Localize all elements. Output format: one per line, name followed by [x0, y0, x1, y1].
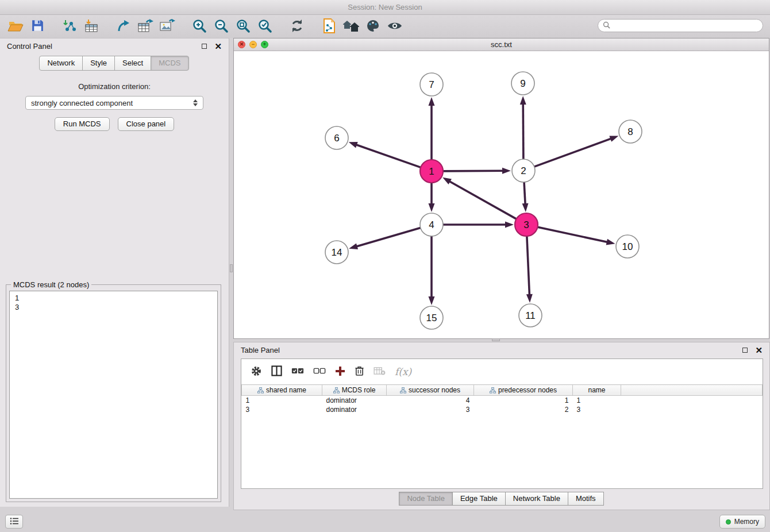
- function-builder-button[interactable]: f(x): [395, 366, 411, 377]
- style-paint-icon: [365, 19, 380, 34]
- memory-button[interactable]: Memory: [719, 515, 765, 529]
- delete-table-button[interactable]: [374, 367, 386, 377]
- graph-edge-1-6[interactable]: [355, 144, 421, 167]
- close-table-panel-icon[interactable]: ✕: [755, 346, 763, 354]
- show-hide-button[interactable]: [384, 17, 406, 36]
- search-icon: [603, 21, 610, 30]
- minimize-window-icon[interactable]: −: [249, 41, 257, 48]
- create-column-button[interactable]: [335, 366, 345, 378]
- open-session-button[interactable]: [5, 17, 26, 36]
- column-header-mcds-role[interactable]: MCDS role: [322, 385, 387, 396]
- tab-network[interactable]: Network: [39, 56, 83, 71]
- show-columns-button[interactable]: [271, 365, 282, 378]
- table-panel-tabs: Node Table Edge Table Network Table Moti…: [234, 492, 769, 506]
- style-paint-button[interactable]: [362, 17, 384, 36]
- zoom-selected-button[interactable]: [254, 17, 276, 36]
- fx-icon: f(x): [395, 366, 411, 377]
- close-panel-icon[interactable]: ✕: [214, 42, 222, 51]
- run-mcds-button[interactable]: Run MCDS: [55, 117, 110, 131]
- optimization-dropdown[interactable]: strongly connected component: [25, 96, 203, 110]
- cell-name[interactable]: 1: [573, 396, 621, 405]
- tab-motifs[interactable]: Motifs: [568, 492, 604, 506]
- graph-node-label: 1: [429, 166, 434, 177]
- table-row[interactable]: 3 dominator 3 2 3: [242, 405, 763, 414]
- cell-shared-name[interactable]: 1: [242, 396, 322, 405]
- table-panel: Table Panel ✕ f(x) shared name MCDS role: [233, 342, 770, 510]
- export-network-button[interactable]: [113, 17, 134, 36]
- vertical-splitter-handle[interactable]: [230, 264, 233, 272]
- graph-edge-2-9[interactable]: [523, 103, 523, 159]
- search-field[interactable]: [598, 19, 763, 32]
- graph-arrowhead: [526, 294, 533, 303]
- save-session-button[interactable]: [26, 17, 48, 36]
- refresh-button[interactable]: [286, 17, 308, 36]
- column-header-name[interactable]: name: [573, 385, 621, 396]
- graph-edge-3-10[interactable]: [538, 227, 609, 242]
- show-panels-button[interactable]: [5, 515, 23, 529]
- cell-predecessor-nodes[interactable]: 1: [474, 396, 573, 405]
- zoom-out-button[interactable]: [210, 17, 232, 36]
- graph-edge-2-3[interactable]: [524, 182, 525, 205]
- float-table-panel-icon[interactable]: [742, 348, 748, 353]
- graph-edge-3-11[interactable]: [527, 236, 530, 296]
- zoom-selected-icon: [257, 18, 272, 35]
- session-network-button[interactable]: [318, 17, 340, 36]
- zoom-out-icon: [214, 18, 229, 35]
- tab-mcds[interactable]: MCDS: [151, 56, 188, 71]
- export-table-icon: [137, 19, 153, 34]
- cell-successor-nodes[interactable]: 3: [387, 405, 474, 414]
- node-table-container: f(x) shared name MCDS role successor nod…: [241, 358, 763, 489]
- zoom-in-icon: [192, 18, 207, 35]
- zoom-in-button[interactable]: [188, 17, 210, 36]
- network-window-titlebar: ✕ − + scc.txt: [234, 38, 769, 51]
- graph-node-label: 4: [429, 219, 434, 230]
- float-panel-icon[interactable]: [202, 44, 207, 49]
- select-all-button[interactable]: [291, 367, 304, 377]
- tab-node-table[interactable]: Node Table: [399, 492, 453, 506]
- column-header-successor-nodes[interactable]: successor nodes: [387, 385, 474, 396]
- column-header-predecessor-nodes[interactable]: predecessor nodes: [474, 385, 573, 396]
- search-input[interactable]: [613, 22, 758, 30]
- import-table-button[interactable]: [80, 17, 102, 36]
- mcds-result-line: 1: [15, 294, 212, 303]
- open-folder-icon: [7, 19, 24, 34]
- zoom-fit-button[interactable]: [232, 17, 254, 36]
- tab-network-table[interactable]: Network Table: [505, 492, 568, 506]
- graph-node-label: 7: [429, 79, 434, 90]
- close-panel-button[interactable]: Close panel: [118, 117, 175, 131]
- graph-edge-1-2[interactable]: [443, 171, 504, 171]
- home-button[interactable]: [340, 17, 362, 36]
- deselect-all-button[interactable]: [313, 367, 326, 377]
- column-header-shared-name[interactable]: shared name: [242, 385, 322, 396]
- graph-edge-2-8[interactable]: [534, 138, 612, 167]
- table-toolbar: f(x): [241, 359, 763, 384]
- cell-predecessor-nodes[interactable]: 2: [474, 405, 573, 414]
- table-settings-button[interactable]: [251, 365, 262, 379]
- control-panel-header: Control Panel ✕: [0, 38, 229, 54]
- cell-mcds-role[interactable]: dominator: [322, 396, 387, 405]
- tab-select[interactable]: Select: [114, 56, 151, 71]
- delete-column-button[interactable]: [355, 365, 364, 378]
- tab-style[interactable]: Style: [82, 56, 115, 71]
- export-table-button[interactable]: [134, 17, 156, 36]
- export-image-button[interactable]: [156, 17, 178, 36]
- cell-shared-name[interactable]: 3: [242, 405, 322, 414]
- cell-name[interactable]: 3: [573, 405, 621, 414]
- tab-edge-table[interactable]: Edge Table: [452, 492, 506, 506]
- table-row[interactable]: 1 dominator 4 1 1: [242, 396, 763, 405]
- zoom-window-icon[interactable]: +: [261, 41, 268, 48]
- cell-successor-nodes[interactable]: 4: [387, 396, 474, 405]
- import-network-button[interactable]: [59, 17, 80, 36]
- dropdown-stepper-icon: [193, 99, 198, 106]
- graph-edge-4-14[interactable]: [356, 228, 421, 247]
- close-window-icon[interactable]: ✕: [238, 41, 245, 48]
- column-tree-icon: [490, 387, 496, 394]
- trash-icon: [355, 365, 364, 378]
- network-canvas[interactable]: 7968124314101511: [234, 51, 769, 338]
- mcds-result-line: 3: [15, 303, 212, 312]
- graph-arrowhead: [429, 296, 435, 305]
- graph-edge-3-1[interactable]: [449, 181, 517, 219]
- graph-node-label: 15: [426, 313, 437, 323]
- horizontal-splitter-handle[interactable]: [492, 338, 500, 341]
- cell-mcds-role[interactable]: dominator: [322, 405, 387, 414]
